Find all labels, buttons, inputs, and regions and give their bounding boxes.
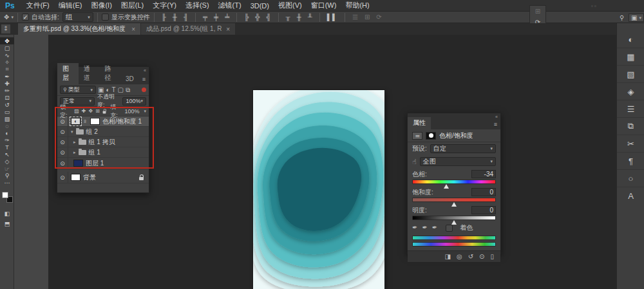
tab-channels[interactable]: 通道 [79, 63, 100, 84]
lock-pixels-icon[interactable]: ✚ [82, 109, 86, 114]
3d-grid-icon[interactable]: ⊞ [535, 8, 540, 15]
opacity-dropdown[interactable]: 100% ▾ [122, 97, 146, 106]
clone-stamp-tool[interactable]: ⊡ [0, 94, 14, 101]
align-top-edges-icon[interactable]: ╤ [203, 14, 207, 21]
hand-tool[interactable]: ☞ [0, 165, 14, 172]
preset-dropdown[interactable]: 自定 ▾ [430, 144, 496, 153]
distribute-v-centers-icon[interactable]: ╬ [255, 14, 260, 21]
layer-row-group-1-copy[interactable]: ⊙ ▸ 组 1 拷贝 [57, 137, 149, 147]
menu-type[interactable]: 文字(Y) [153, 1, 176, 10]
search-icon[interactable]: ⚲ [620, 15, 624, 21]
adjustment-layer-thumbnail[interactable]: ◐ [71, 118, 80, 125]
menu-3d[interactable]: 3D(D) [251, 2, 269, 10]
distribute-spacing-icon[interactable]: ▌▌ [327, 14, 337, 21]
menu-filter[interactable]: 滤镜(T) [218, 1, 242, 10]
align-right-edges-icon[interactable]: ╢ [184, 14, 188, 21]
lock-artboard-icon[interactable]: ⊞ [95, 109, 100, 114]
menu-select[interactable]: 选择(S) [185, 1, 209, 10]
filter-type-dropdown[interactable]: ⚲ 类型 ▾ [60, 86, 96, 94]
layer-name[interactable]: 图层 1 [86, 159, 104, 168]
visibility-icon[interactable]: ⊙ [479, 254, 484, 260]
layer-thumbnail[interactable] [73, 160, 83, 167]
previous-state-icon[interactable]: ◎ [457, 254, 462, 260]
eyedropper-tool[interactable]: ✒ [0, 73, 14, 80]
menu-image[interactable]: 图像(I) [91, 1, 111, 10]
zoom-tool[interactable]: ⚲ [0, 172, 14, 179]
distribute-left-icon[interactable]: ╥ [286, 14, 290, 21]
panel-menu-icon[interactable]: ≡ [491, 121, 500, 129]
panel-menu-icon[interactable]: ≡ [139, 76, 149, 84]
menu-window[interactable]: 窗口(W) [311, 1, 337, 10]
visibility-eye-icon[interactable]: ⊙ [57, 172, 68, 183]
healing-brush-tool[interactable]: ✚ [0, 80, 14, 87]
lock-transparency-icon[interactable]: ▨ [74, 109, 79, 114]
visibility-eye-icon[interactable]: ⊙ [57, 117, 68, 126]
eyedropper-subtract-icon[interactable]: ✒ [432, 225, 437, 231]
saturation-slider[interactable] [412, 198, 496, 202]
tab-properties[interactable]: 属性 [408, 117, 431, 129]
layer-name[interactable]: 组 2 [86, 127, 98, 136]
show-transform-checkbox[interactable] [102, 14, 109, 21]
link-icon[interactable]: ∞ [83, 120, 88, 123]
hue-value-field[interactable]: -34 [471, 170, 496, 178]
filter-switch-icon[interactable] [142, 88, 146, 92]
document-tab-active[interactable]: 多重剪纸.psd @ 33.3%(色相/饱和度 1, RGB/8#) * × [18, 23, 140, 35]
color-swatches[interactable] [2, 192, 14, 203]
path-selection-tool[interactable]: ↖ [0, 151, 14, 158]
eyedropper-icon[interactable]: ✒ [412, 225, 417, 231]
quick-selection-tool[interactable]: ✧ [0, 59, 14, 66]
filter-type-layers-icon[interactable]: T [112, 87, 116, 93]
clip-to-layer-icon[interactable]: ◨ [445, 254, 451, 260]
lightness-slider-thumb[interactable] [451, 220, 457, 225]
menu-edit[interactable]: 编辑(E) [59, 1, 82, 10]
crop-tool[interactable]: ⌗ [0, 66, 14, 73]
reset-icon[interactable]: ↺ [468, 254, 473, 260]
close-icon[interactable]: × [226, 26, 230, 33]
brush-tool[interactable]: ✏ [0, 87, 14, 94]
edit-toolbar-button[interactable]: ⋯ [0, 179, 14, 186]
color-panel-icon[interactable]: ◐ [617, 31, 644, 48]
shape-tool[interactable]: ◇ [0, 158, 14, 165]
layer-mask-thumbnail[interactable] [90, 118, 100, 125]
character-panel-icon[interactable]: A [617, 187, 644, 205]
menu-view[interactable]: 视图(V) [278, 1, 302, 10]
filter-smart-objects-icon[interactable]: ⧉ [126, 87, 130, 93]
distribute-top-icon[interactable]: ╠ [244, 14, 249, 21]
collapse-icon[interactable]: « [495, 115, 498, 119]
eyedropper-add-icon[interactable]: ✒ [422, 225, 427, 231]
fill-value[interactable]: 100% [124, 108, 139, 115]
delete-icon[interactable]: ▯ [490, 254, 494, 260]
layer-row-group-2[interactable]: ⊙ ▾ 组 2 [57, 127, 149, 137]
tool-preset-chevron-icon[interactable]: ▾ [11, 15, 14, 20]
auto-select-checkbox[interactable]: ✓ [22, 14, 29, 21]
gradient-tool[interactable]: ▨ [0, 115, 14, 122]
eraser-tool[interactable]: ▭ [0, 108, 14, 115]
distribute-bottom-icon[interactable]: ╣ [266, 14, 270, 21]
layer-name[interactable]: 背景 [83, 173, 96, 182]
layer-row-background[interactable]: ⊙ 背景 [57, 172, 149, 183]
move-tool[interactable]: ✥ [0, 37, 14, 44]
paragraph-panel-icon[interactable]: ¶ [617, 153, 644, 170]
tab-3d[interactable]: 3D [120, 74, 139, 84]
layer-row-layer-1[interactable]: ⊙ 图层 1 [57, 158, 149, 169]
hue-slider[interactable] [412, 180, 496, 184]
filter-adjustment-layers-icon[interactable]: ◐ [106, 87, 109, 93]
lightness-value-field[interactable]: 0 [471, 206, 496, 214]
patterns-panel-icon[interactable]: ▧ [617, 66, 644, 83]
saturation-slider-thumb[interactable] [451, 202, 457, 207]
layer-name[interactable]: 组 1 [89, 148, 100, 157]
align-h-centers-icon[interactable]: ╫ [173, 14, 177, 21]
chevron-down-icon[interactable]: ▾ [71, 129, 73, 135]
dock-mini-icons[interactable]: ▫ ▫ [591, 3, 596, 9]
layer-name[interactable]: 组 1 拷贝 [89, 138, 115, 147]
menu-help[interactable]: 帮助(H) [345, 1, 369, 10]
distribute-right-icon[interactable]: ╨ [308, 14, 312, 21]
targeted-adjustment-icon[interactable]: ☝ [412, 158, 417, 165]
align-v-centers-icon[interactable]: ╪ [214, 14, 218, 21]
marquee-tool[interactable]: ▢ [0, 44, 14, 51]
blur-tool[interactable]: ◌ [0, 122, 14, 129]
filter-shape-layers-icon[interactable]: ▢ [118, 87, 124, 93]
chevron-right-icon[interactable]: ▸ [73, 150, 76, 155]
learn-panel-icon[interactable]: ◈ [617, 83, 644, 100]
close-icon[interactable]: × [131, 26, 135, 33]
